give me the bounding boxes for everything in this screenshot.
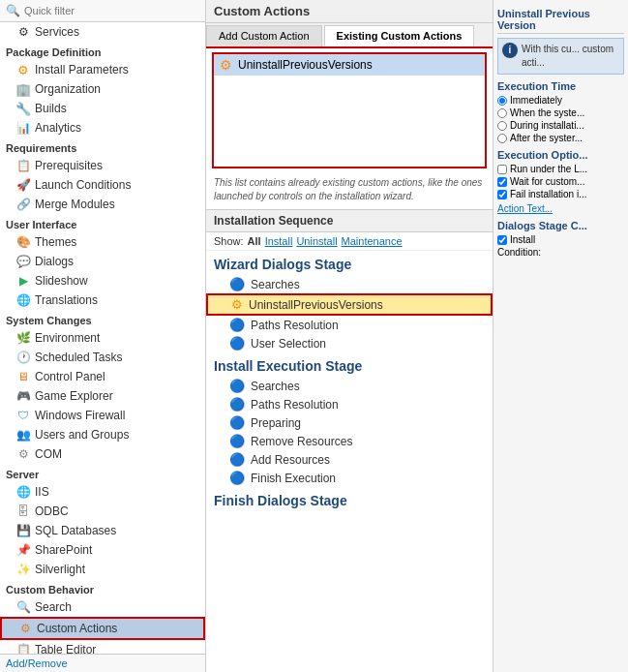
sidebar-item-organization[interactable]: 🏢 Organization [0,79,205,99]
sidebar-item-table-editor[interactable]: 📋 Table Editor [0,640,205,654]
stage-finish-dialogs: Finish Dialogs Stage [206,487,493,511]
sidebar-item-launch-conditions[interactable]: 🚀 Launch Conditions [0,175,205,195]
launch-icon: 🚀 [15,177,31,193]
radio-when-system[interactable]: When the syste... [497,107,624,118]
show-maintenance-link[interactable]: Maintenance [342,235,403,247]
sidebar-item-iis[interactable]: 🌐 IIS [0,482,205,502]
show-install-link[interactable]: Install [265,235,293,247]
blue-circle-icon: 🔵 [229,336,245,351]
rp-info-box: i With this cu... custom acti... [497,38,624,75]
prereq-icon: 📋 [15,158,31,173]
sidebar-item-prerequisites[interactable]: 📋 Prerequisites [0,156,205,175]
sidebar-item-com[interactable]: ⚙ COM [0,444,205,464]
seq-item-searches-install[interactable]: 🔵 Searches [206,377,493,395]
tab-existing-custom-actions[interactable]: Existing Custom Actions [324,25,475,46]
execution-opts-title: Execution Optio... [497,149,624,161]
sidebar-item-sharepoint[interactable]: 📌 SharePoint [0,540,205,560]
ca-item-uninstall-prev[interactable]: ⚙ UninstallPreviousVersions [214,54,485,76]
seq-item-finish-execution[interactable]: 🔵 Finish Execution [206,469,493,487]
execution-time-title: Execution Time [497,80,624,92]
blue-circle-icon: 🔵 [229,379,245,393]
search-icon: 🔍 [6,4,20,17]
radio-after-system[interactable]: After the syster... [497,133,624,143]
seq-item-paths-resolution-wizard[interactable]: 🔵 Paths Resolution [206,316,493,334]
gear-icon: ⚙ [15,62,31,77]
build-icon: 🔧 [15,101,31,116]
sidebar-item-install-parameters[interactable]: ⚙ Install Parameters [0,60,205,79]
silverlight-icon: ✨ [15,562,31,577]
blue-circle-icon: 🔵 [229,415,245,430]
sidebar-item-odbc[interactable]: 🗄 ODBC [0,502,205,521]
sharepoint-icon: 📌 [15,542,31,558]
sidebar-bottom: Add/Remove [0,654,205,672]
sidebar-item-control-panel[interactable]: 🖥 Control Panel [0,367,205,386]
custom-actions-icon: ⚙ [17,621,33,636]
cb-wait-for-custom[interactable]: Wait for custom... [497,176,624,187]
seq-section-title: Installation Sequence [206,210,493,232]
seq-show-bar: Show: All Install Uninstall Maintenance [206,232,493,251]
section-package-definition: Package Definition [0,42,205,60]
cb-run-under[interactable]: Run under the L... [497,164,624,174]
tab-add-custom-action[interactable]: Add Custom Action [206,25,322,46]
main-section-title: Custom Actions [206,0,493,23]
sidebar-item-custom-actions[interactable]: ⚙ Custom Actions [0,617,205,640]
add-remove-link[interactable]: Add/Remove [6,657,68,669]
sql-icon: 💾 [15,523,31,538]
quick-filter-input[interactable] [24,5,199,16]
radio-during-install[interactable]: During installati... [497,120,624,131]
sidebar-item-analytics[interactable]: 📊 Analytics [0,118,205,137]
execution-time-options: Immediately When the syste... During ins… [497,95,624,143]
org-icon: 🏢 [15,81,31,97]
section-user-interface: User Interface [0,214,205,232]
gear-icon: ⚙ [220,57,232,73]
seq-item-user-selection[interactable]: 🔵 User Selection [206,334,493,352]
sidebar-item-scheduled-tasks[interactable]: 🕐 Scheduled Tasks [0,348,205,367]
analytics-icon: 📊 [15,120,31,136]
radio-immediately[interactable]: Immediately [497,95,624,106]
sidebar-item-sql-databases[interactable]: 💾 SQL Databases [0,521,205,540]
seq-item-paths-resolution-install[interactable]: 🔵 Paths Resolution [206,395,493,413]
seq-item-add-resources[interactable]: 🔵 Add Resources [206,450,493,469]
action-text-link[interactable]: Action Text... [497,203,624,214]
sidebar-item-themes[interactable]: 🎨 Themes [0,232,205,252]
seq-item-remove-resources[interactable]: 🔵 Remove Resources [206,432,493,450]
sidebar-item-users-and-groups[interactable]: 👥 Users and Groups [0,425,205,444]
cb-fail-installation[interactable]: Fail installation i... [497,189,624,199]
blue-circle-icon: 🔵 [229,434,245,448]
com-icon: ⚙ [15,446,31,462]
users-icon: 👥 [15,427,31,443]
section-requirements: Requirements [0,137,205,156]
sidebar-item-environment[interactable]: 🌿 Environment [0,328,205,348]
right-panel: Uninstall Previous Version i With this c… [493,0,628,672]
quick-filter-bar: 🔍 [0,0,205,22]
sidebar-item-merge-modules[interactable]: 🔗 Merge Modules [0,195,205,214]
sidebar-item-translations[interactable]: 🌐 Translations [0,290,205,310]
sidebar-item-game-explorer[interactable]: 🎮 Game Explorer [0,386,205,406]
stage-wizard-dialogs: Wizard Dialogs Stage [206,251,493,275]
seq-item-preparing[interactable]: 🔵 Preparing [206,413,493,432]
sidebar-item-slideshow[interactable]: ▶ Slideshow [0,271,205,290]
sidebar-item-silverlight[interactable]: ✨ Silverlight [0,560,205,579]
show-label: Show: [214,235,244,247]
gear-icon: ⚙ [231,297,243,312]
main-content: Custom Actions Add Custom Action Existin… [206,0,493,672]
dialogs-stage-title: Dialogs Stage C... [497,220,624,231]
sidebar-item-services[interactable]: ⚙ Services [0,22,205,42]
top-panel: Add Custom Action Existing Custom Action… [206,23,493,210]
section-server: Server [0,464,205,482]
sidebar-item-windows-firewall[interactable]: 🛡 Windows Firewall [0,406,205,425]
show-all-link[interactable]: All [248,235,261,247]
sidebar-item-dialogs[interactable]: 💬 Dialogs [0,252,205,271]
seq-item-searches-wizard[interactable]: 🔵 Searches [206,275,493,293]
table-icon: 📋 [15,642,31,654]
game-icon: 🎮 [15,388,31,404]
slideshow-icon: ▶ [15,273,31,289]
show-uninstall-link[interactable]: Uninstall [296,235,337,247]
seq-item-uninstall-prev[interactable]: ⚙ UninstallPreviousVersions [206,293,493,316]
section-system-changes: System Changes [0,310,205,328]
rp-info-text: With this cu... custom acti... [522,43,619,70]
blue-circle-icon: 🔵 [229,277,245,291]
cb-install[interactable]: Install [497,234,624,245]
sidebar-item-search[interactable]: 🔍 Search [0,597,205,617]
sidebar-item-builds[interactable]: 🔧 Builds [0,99,205,118]
